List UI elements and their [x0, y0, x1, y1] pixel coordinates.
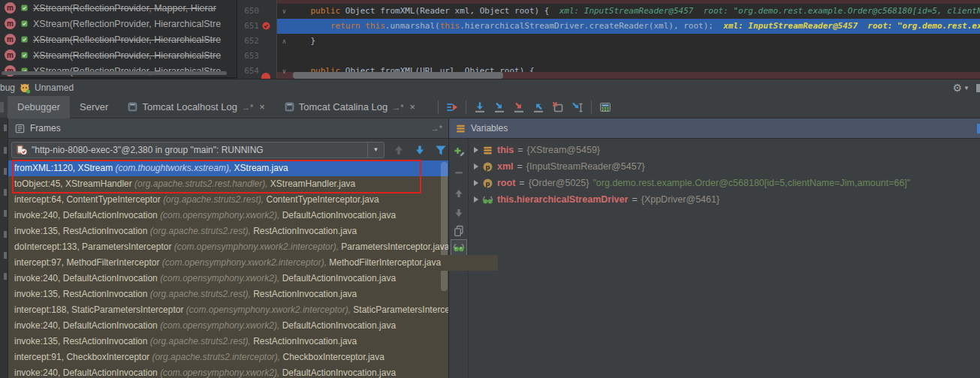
variable-row[interactable]: proot={Order@5025}"org.demo.rest.example… [469, 175, 980, 191]
run-to-cursor-icon[interactable] [568, 98, 587, 116]
console-icon [128, 102, 137, 112]
debug-window-title: bug [0, 82, 15, 93]
method-marker-icon [20, 19, 29, 28]
tab-tomcat-localhost-log[interactable]: Tomcat Localhost Log →* × [118, 96, 274, 118]
frame-row[interactable]: doIntercept:133, ParametersInterceptor (… [8, 239, 448, 255]
variables-panel-header: Variables [449, 118, 980, 139]
move-down-icon[interactable] [452, 206, 466, 220]
frame-row[interactable]: invoke:240, DefaultActionInvocation (com… [8, 365, 448, 378]
run-config-name: Unnamed [35, 82, 74, 93]
previous-frame-icon[interactable] [392, 143, 406, 157]
expand-arrow-icon[interactable] [474, 164, 478, 170]
frame-file: StaticParametersInterceptor.java [353, 304, 448, 315]
tab-tomcat-catalina-log[interactable]: Tomcat Catalina Log →* × [275, 96, 425, 118]
frame-row[interactable]: invoke:240, DefaultActionInvocation (com… [8, 208, 448, 224]
expand-arrow-icon[interactable] [474, 196, 478, 202]
fold-marker-icon[interactable]: ∧ [279, 34, 289, 49]
completion-item[interactable]: mXStream(ReflectionProvider, Hierarchica… [0, 16, 237, 32]
parameter-icon: p [482, 178, 493, 189]
code-segment: .hierarchicalStreamDriver.createReader(x… [460, 21, 723, 31]
variables-tree: this={XStream@5459}pxml={InputStreamRead… [469, 139, 980, 378]
frame-location: fromXML:1120, XStream [14, 163, 116, 173]
completion-item[interactable]: mXStream(ReflectionProvider, Hierarchica… [0, 63, 237, 78]
frame-row[interactable]: invoke:135, RestActionInvocation (org.ap… [8, 334, 448, 350]
frame-package: (com.opensymphony.xwork2.interceptor), [174, 242, 342, 252]
frame-row[interactable]: invoke:240, DefaultActionInvocation (com… [8, 318, 448, 334]
hide-window-icon[interactable] [976, 84, 980, 92]
gear-icon[interactable]: ⚙ [953, 82, 963, 94]
frames-scrollbar-thumb[interactable] [441, 162, 448, 291]
frame-row[interactable]: invoke:240, DefaultActionInvocation (com… [8, 271, 448, 286]
execution-line[interactable]: return this.unmarshal(this.hierarchicalS… [277, 19, 980, 34]
cut-toolbar-icon [4, 273, 7, 280]
show-watches-icon[interactable] [451, 239, 467, 256]
completion-item[interactable]: mXStream(ReflectionProvider, Hierarchica… [0, 47, 237, 63]
remove-watch-icon[interactable] [452, 166, 466, 179]
frame-location: intercept:97, MethodFilterInterceptor [14, 257, 162, 268]
close-icon[interactable]: × [410, 101, 416, 112]
thread-selector[interactable]: "http-nio-8080-exec-3"@2,380 in group "m… [11, 142, 384, 158]
editor-hscrollbar-thumb[interactable] [293, 72, 503, 79]
frame-file: DefaultActionInvocation.java [282, 210, 396, 220]
show-execution-point-icon[interactable] [442, 98, 462, 116]
variable-row[interactable]: pxml={InputStreamReader@5457} [469, 158, 980, 175]
frame-row[interactable]: invoke:135, RestActionInvocation (org.ap… [8, 224, 448, 239]
move-up-icon[interactable] [452, 187, 466, 200]
frames-panel-title: Frames [30, 123, 61, 134]
next-frame-icon[interactable] [413, 143, 427, 157]
breakpoint-icon[interactable] [261, 73, 270, 79]
code-editor: 650651652653654 public Object fromXML(Re… [0, 0, 980, 79]
tab-server[interactable]: Server [70, 96, 118, 118]
debug-step-toolbar [434, 98, 615, 116]
cut-toolbar-icon [4, 252, 7, 259]
frame-location: invoke:240, DefaultActionInvocation [14, 273, 160, 284]
frame-row[interactable]: fromXML:1120, XStream (com.thoughtworks.… [8, 160, 448, 176]
frame-package: (org.apache.struts2.interceptor), [152, 352, 282, 362]
code-line[interactable] [277, 49, 980, 64]
frame-row[interactable]: toObject:45, XStreamHandler (org.apache.… [8, 176, 448, 192]
combo-dropdown-arrow[interactable]: ▼ [367, 142, 384, 158]
frame-package: (com.thoughtworks.xstream), [116, 163, 234, 173]
debug-tabs-bar: Debugger Server Tomcat Localhost Log →* … [0, 96, 980, 118]
variable-row[interactable]: this={XStream@5459} [469, 142, 980, 158]
filter-frames-icon[interactable] [434, 143, 448, 157]
tab-debugger[interactable]: Debugger [8, 96, 70, 118]
scroll-to-end-mark: →* [242, 103, 253, 112]
frame-row[interactable]: intercept:91, CheckboxInterceptor (org.a… [8, 350, 448, 365]
float-window-icon[interactable]: →* [431, 124, 442, 133]
code-segment [291, 21, 330, 31]
popup-hscrollbar[interactable] [2, 71, 227, 75]
frame-package: (org.apache.struts2.rest), [150, 336, 253, 346]
thread-icon [16, 144, 27, 155]
breakpoint-icon[interactable] [261, 21, 271, 31]
variable-row[interactable]: this.hierarchicalStreamDriver={XppDriver… [469, 191, 980, 208]
add-watch-icon[interactable] [452, 145, 466, 158]
completion-item[interactable]: mXStream(ReflectionProvider, Mapper, Hie… [0, 0, 237, 16]
frame-row[interactable]: intercept:64, ContentTypeInterceptor (or… [8, 192, 448, 208]
fold-marker-icon[interactable]: ∨ [279, 64, 289, 79]
ide-debug-screen: 650651652653654 public Object fromXML(Re… [0, 0, 980, 378]
close-icon[interactable]: × [259, 101, 265, 112]
evaluate-expression-icon[interactable] [596, 98, 615, 116]
step-into-icon[interactable] [490, 98, 509, 116]
expand-arrow-icon[interactable] [474, 147, 478, 153]
frame-location: invoke:135, RestActionInvocation [14, 336, 150, 346]
step-over-icon[interactable] [470, 98, 490, 116]
copy-icon[interactable] [452, 224, 466, 238]
force-step-into-icon[interactable] [509, 98, 529, 116]
step-out-icon[interactable] [529, 98, 548, 116]
code-line[interactable]: public Object fromXML(Reader xml, Object… [277, 4, 980, 19]
fold-marker-icon[interactable]: ∨ [279, 4, 289, 19]
completion-item-label: XStream(ReflectionProvider, Hierarchical… [33, 50, 221, 61]
frame-row[interactable]: invoke:135, RestActionInvocation (org.ap… [8, 286, 448, 302]
variables-panel-title: Variables [471, 123, 508, 134]
expand-arrow-icon[interactable] [474, 180, 478, 186]
drop-frame-icon[interactable] [548, 98, 568, 116]
variable-value: {XStream@5459} [527, 145, 600, 155]
frame-package: (com.opensymphony.xwork2), [160, 320, 282, 331]
frame-row[interactable]: intercept:188, StaticParametersIntercept… [8, 302, 448, 318]
frame-row[interactable]: intercept:97, MethodFilterInterceptor (c… [8, 255, 498, 271]
completion-item[interactable]: mXStream(ReflectionProvider, Hierarchica… [0, 32, 237, 47]
method-marker-icon [20, 34, 29, 44]
code-line[interactable]: } [277, 34, 980, 49]
